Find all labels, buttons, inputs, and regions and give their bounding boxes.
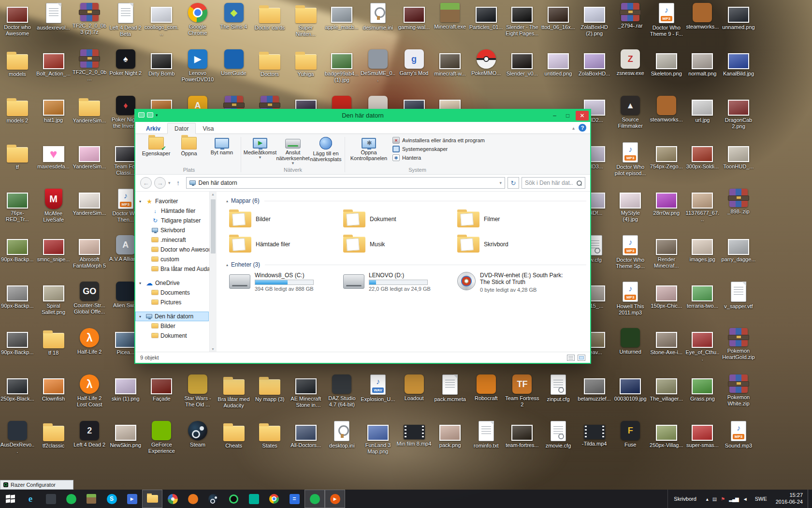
spotify-running-button[interactable]	[304, 490, 325, 508]
desktop-icon-skeleton-png[interactable]: Skeleton.png	[649, 49, 684, 77]
uninstall-program-button[interactable]: Avinstallera eller ändra ett program	[391, 137, 487, 144]
desktop-icon-eye-of-cthu[interactable]: Eye_of_Cthu...	[685, 328, 720, 362]
up-button[interactable]: ↑	[173, 178, 184, 188]
nav-item-bra-låtar-med-audac[interactable]: Bra låtar med Audac	[135, 264, 209, 274]
nav-item-tidigare-platser[interactable]: Tidigare platser	[135, 216, 209, 225]
expand-arrow-icon[interactable]: ▾	[139, 199, 144, 204]
desktop-icon-url-jpg[interactable]: url.jpg	[685, 96, 720, 123]
desktop-icon-howell-this-2011-mp3[interactable]: Howell This 2011.mp3	[613, 282, 648, 316]
desktop-icon-google-chrome[interactable]: Google Chrome	[180, 3, 215, 36]
nav-item-den-här-datorn[interactable]: ▾Den här datorn	[135, 312, 209, 321]
desktop-icon-fa-ade[interactable]: Façade	[144, 374, 179, 402]
collapse-ribbon-icon[interactable]: ▴	[572, 125, 575, 131]
desktop-icon-unnamed-png[interactable]: unnamed.png	[721, 3, 756, 30]
desktop-icon-yanderesim[interactable]: YandereSim...	[72, 189, 107, 216]
desktop-icon-lenovo-powerdvd10[interactable]: ▶Lenovo PowerDVD10	[180, 49, 215, 83]
desktop-icon-left-4-dead-2[interactable]: 2Left 4 Dead 2	[72, 421, 107, 448]
tray-flag-icon[interactable]: ⚑	[721, 496, 725, 502]
section-header-devices[interactable]: ▴ Enheter (3)	[226, 259, 586, 270]
desktop-icon-images-jpg[interactable]: images.jpg	[685, 235, 720, 263]
folder-tile-hämtade-filer[interactable]: Hämtade filer	[226, 232, 340, 256]
desktop-icon-minecraft-exe[interactable]: Minecraft.exe	[433, 3, 467, 30]
desktop-icon-00030109-jpg[interactable]: 00030109.jpg	[613, 374, 648, 402]
desktop-icon-poker-night-2[interactable]: ♠Poker Night 2	[108, 49, 143, 76]
internet-explorer-button[interactable]: e	[20, 490, 41, 508]
start-button-button[interactable]	[0, 490, 20, 508]
desktop-icon-gaming-wal[interactable]: gaming-wal...	[397, 3, 432, 30]
details-view-button[interactable]	[567, 355, 575, 361]
desktop-icon-desktop-ini[interactable]: desktop.ini	[324, 421, 359, 449]
desktop-icon-funland-3-map-png[interactable]: FunLand 3 Map.png	[361, 421, 395, 455]
desktop-icon-pack-mcmeta[interactable]: pack.mcmeta	[433, 374, 467, 403]
desktop-icon-source-filmmaker[interactable]: ▲Source Filmmaker	[613, 96, 648, 129]
thumbnail-view-button[interactable]	[578, 355, 585, 361]
desktop-icon-kanalbild-jpg[interactable]: KanalBild.jpg	[721, 49, 756, 77]
desktop-icon-zmovie-cfg[interactable]: zmovie.cfg	[541, 421, 576, 449]
expand-arrow-icon[interactable]: ▾	[139, 314, 144, 319]
desktop-icon-tilda-mp4[interactable]: -Tilda.mp4	[577, 421, 612, 447]
desktop-icon-states[interactable]: States	[252, 421, 287, 449]
desktop-icon-v-sapper-vtf[interactable]: v_sapper.vtf	[721, 282, 756, 310]
desktop-icon-team-fortres[interactable]: team-fortres...	[505, 421, 539, 448]
nav-item-favoriter[interactable]: ▾Favoriter	[135, 196, 209, 206]
desktop-icon-yanderesim[interactable]: YandereSim...	[72, 142, 107, 170]
desktop-icon-minecraft-w[interactable]: minecraft-w...	[433, 49, 467, 77]
desktop-icon-super-ninten[interactable]: Super Ninten...	[289, 3, 323, 37]
desktop-icon-ausdexrevo[interactable]: AusDexRevo...	[0, 421, 35, 454]
desktop-icon-left-4-dead-2-beta[interactable]: Left 4 Dead 2 Beta	[108, 3, 143, 37]
desktop-icon-toonhud[interactable]: ToonHUD_...	[721, 142, 756, 170]
folder-tile-dokument[interactable]: Dokument	[340, 207, 454, 231]
desktop-icon-the-villager[interactable]: The_villager...	[649, 374, 684, 402]
desktop-icon-76px-red-tr[interactable]: 76px-RED_Tr...	[0, 189, 35, 223]
desktop-icon-min-film-8-mp4[interactable]: Min film 8.mp4	[397, 421, 432, 447]
file-explorer-button[interactable]	[142, 490, 162, 508]
desktop-icon-250px-villag[interactable]: 250px-Villag...	[649, 421, 684, 448]
refresh-button[interactable]: ↻	[508, 177, 519, 189]
nav-item-doctor-who-aweson[interactable]: Doctor who Aweson	[135, 245, 209, 254]
desktop-icon-pokemon-heartgold-zip[interactable]: Pokemon HeartGold.zip	[721, 328, 756, 360]
nav-item-hämtade-filer[interactable]: Hämtade filer	[135, 206, 209, 216]
desktop-icon-250px-black[interactable]: 250px-Black...	[0, 374, 35, 402]
desktop-icon-doctor-cards[interactable]: Doctor cards	[252, 3, 287, 31]
search-input[interactable]	[525, 179, 573, 186]
keyboard-language[interactable]: SWE	[751, 496, 771, 502]
desktop-icon-geforce-experience[interactable]: GeForce Experience	[144, 421, 179, 454]
desktop-icon-desmume-0[interactable]: DeSmuME_0...	[361, 49, 395, 83]
desktop-icon-doctor-who-theme-9-f[interactable]: Doctor Who Theme 9 - F...	[649, 3, 684, 37]
desktop-icon-abrosoft-fantamorph-5[interactable]: Abrosoft FantaMorph 5	[72, 235, 107, 269]
razer-configurator-bar[interactable]: Razer Configurator	[0, 480, 73, 490]
desktop-icon-grass-png[interactable]: Grass.png	[685, 374, 720, 402]
nav-item-custom[interactable]: custom	[135, 254, 209, 264]
desktop-icon-11376677-67[interactable]: 11376677_67...	[685, 189, 720, 223]
folder-tile-skrivbord[interactable]: Skrivbord	[454, 232, 568, 256]
scrollbar-thumb[interactable]	[211, 199, 216, 254]
paint-button[interactable]	[162, 490, 183, 508]
desktop-icon-pokemon-white-zip[interactable]: Pokemon White.zip	[721, 374, 756, 407]
desktop-icon-super-smas[interactable]: super-smas...	[685, 421, 720, 448]
media-access-button[interactable]: Medieåtkomst ▼	[244, 135, 276, 159]
desktop-icon-zsnesw-exe[interactable]: Zzsnesw.exe	[613, 49, 648, 76]
desktop-icon-300px-soldi[interactable]: 300px-Soldi...	[685, 142, 720, 170]
desktop-icon-slender-the-eight-pages[interactable]: Slender - The Eight Pages...	[505, 3, 539, 37]
desktop-icon-28rr0w-png[interactable]: 28rr0w.png	[649, 189, 684, 216]
desktop-icon-dragoncab-2-png[interactable]: DragonCab 2.png	[721, 96, 756, 130]
manage-button[interactable]: Hantera	[391, 154, 487, 161]
desktop-icon-tf2c-2-0-0b3-2-7z[interactable]: TF2C_2_0_0b3 (2).7z	[72, 3, 107, 35]
nav-item-skrivbord[interactable]: Skrivbord	[135, 225, 209, 235]
title-bar[interactable]: ▾ Den här datorn – □ ✕	[135, 110, 590, 122]
desktop-icon-ny-mapp-3[interactable]: Ny mapp (3)	[252, 374, 287, 403]
breadcrumb-location[interactable]: Den här datorn	[199, 179, 237, 186]
desktop-icon-half-life-2[interactable]: Half-Life 2	[72, 328, 107, 355]
desktop-icon-skin-1-png[interactable]: skin (1).png	[108, 374, 143, 402]
desktop-icon-yuhiga[interactable]: Yuhiga	[289, 49, 323, 77]
desktop-icon-apple-macb[interactable]: apple_macb...	[324, 3, 359, 30]
spotify-button[interactable]	[61, 490, 81, 508]
map-network-drive-button[interactable]: Anslut nätverksenhet ▼	[277, 135, 309, 165]
pinned-app-dark-button[interactable]	[41, 490, 61, 508]
nav-item-bilder[interactable]: Bilder	[135, 321, 209, 331]
desktop-icon-2794-rar[interactable]: _2794-.rar	[613, 3, 648, 29]
folder-tile-bilder[interactable]: Bilder	[226, 207, 340, 231]
desktop-icon-betamuzzlef[interactable]: betamuzzlef...	[577, 374, 612, 402]
desktop-icon-models-2[interactable]: models 2	[0, 96, 35, 124]
desktop-icon-754px-zego[interactable]: 754px-Zego...	[649, 142, 684, 170]
